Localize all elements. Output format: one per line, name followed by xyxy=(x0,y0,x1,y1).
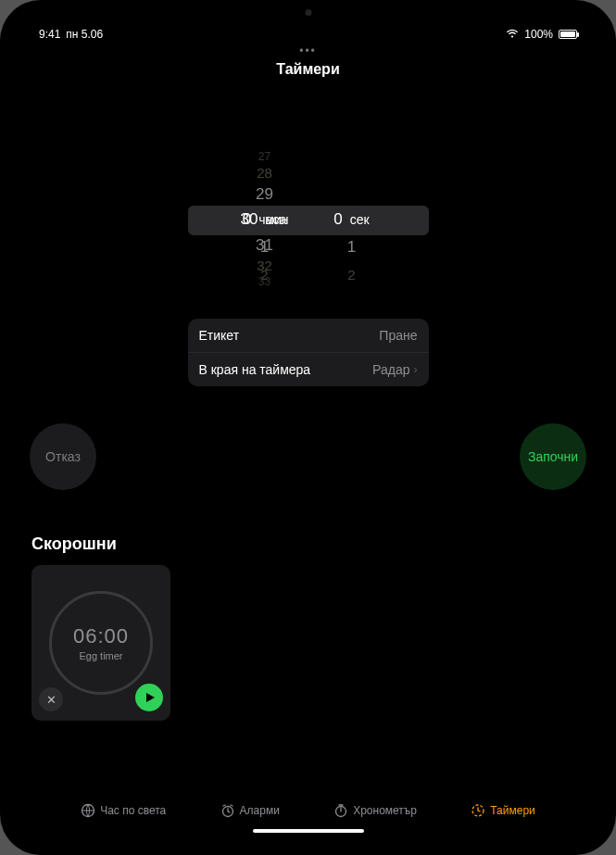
tab-stopwatch[interactable]: Хронометър xyxy=(333,803,417,818)
battery-percent: 100% xyxy=(524,28,553,41)
end-row-label: В края на таймера xyxy=(199,362,311,377)
seconds-column[interactable]: 0сек 1 2 3 xyxy=(315,150,389,289)
recent-timer-dial: 06:00 Egg timer xyxy=(49,591,153,695)
recent-heading: Скорошни xyxy=(31,534,599,554)
recent-timer-card[interactable]: 06:00 Egg timer ✕ xyxy=(31,565,170,721)
label-row[interactable]: Етикет Пране xyxy=(188,319,429,353)
globe-icon xyxy=(81,803,95,818)
timer-icon xyxy=(471,803,485,818)
home-indicator[interactable] xyxy=(253,829,364,833)
alarm-icon xyxy=(220,803,235,818)
label-row-value: Пране xyxy=(379,328,417,343)
stopwatch-icon xyxy=(333,803,348,818)
status-bar: 9:41 пн 5.06 100% xyxy=(17,19,599,44)
tab-world-clock[interactable]: Час по света xyxy=(81,803,166,818)
tab-timers[interactable]: Таймери xyxy=(471,803,534,818)
tab-bar: Час по света Аларми Хронометър Таймери xyxy=(17,803,599,818)
recent-timer-time: 06:00 xyxy=(73,624,129,648)
duration-picker[interactable]: 0часа 1 2 27 28 29 29 29 27 28 29 30мин … xyxy=(188,150,429,289)
tab-alarms[interactable]: Аларми xyxy=(220,803,280,818)
label-row-label: Етикет xyxy=(199,328,240,343)
recent-delete-button[interactable]: ✕ xyxy=(39,687,63,711)
minutes-column-real[interactable]: 27 28 29 30мин 31 32 33 xyxy=(228,150,302,289)
cancel-button[interactable]: Отказ xyxy=(30,423,96,490)
wifi-icon xyxy=(506,28,519,41)
battery-icon xyxy=(559,30,577,39)
end-row-value: Радар xyxy=(372,362,409,377)
picker-highlight xyxy=(188,206,429,235)
page-title: Таймери xyxy=(17,61,599,78)
close-icon: ✕ xyxy=(46,693,57,707)
recent-start-button[interactable] xyxy=(135,684,163,711)
start-button[interactable]: Започни xyxy=(520,423,586,490)
status-date: пн 5.06 xyxy=(66,28,103,41)
timer-settings-list: Етикет Пране В края на таймера Радар › xyxy=(188,319,429,386)
end-sound-row[interactable]: В края на таймера Радар › xyxy=(188,353,429,386)
front-camera xyxy=(305,9,311,16)
status-time: 9:41 xyxy=(39,28,60,41)
play-icon xyxy=(145,692,156,703)
multitasking-handle[interactable]: ••• xyxy=(299,44,317,57)
chevron-right-icon: › xyxy=(414,363,418,376)
recent-timer-name: Egg timer xyxy=(79,650,122,661)
